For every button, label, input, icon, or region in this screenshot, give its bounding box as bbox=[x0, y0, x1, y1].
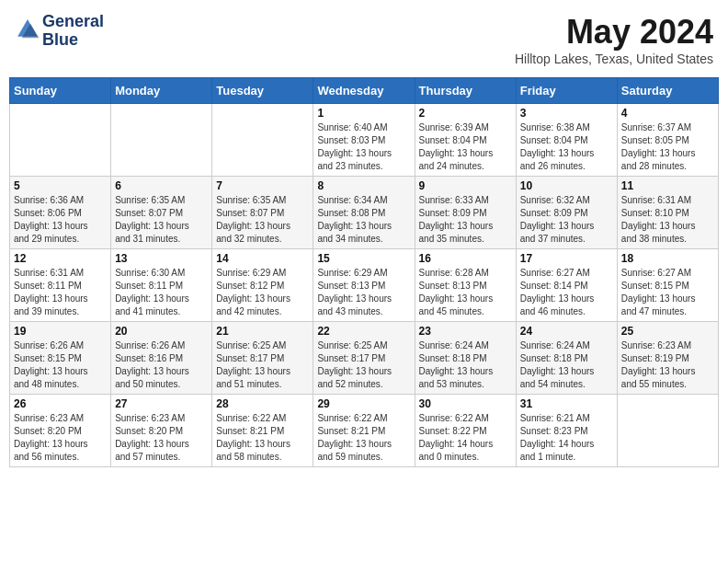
weekday-header-cell: Tuesday bbox=[212, 78, 313, 104]
day-number: 27 bbox=[115, 397, 208, 410]
day-info: Sunrise: 6:25 AMSunset: 8:17 PMDaylight:… bbox=[216, 339, 309, 391]
day-number: 1 bbox=[317, 107, 410, 120]
calendar-cell: 23Sunrise: 6:24 AMSunset: 8:18 PMDayligh… bbox=[415, 322, 516, 395]
day-number: 31 bbox=[520, 397, 613, 410]
day-number: 19 bbox=[14, 325, 107, 338]
day-number: 4 bbox=[621, 107, 714, 120]
day-number: 15 bbox=[317, 252, 410, 265]
day-number: 18 bbox=[621, 252, 714, 265]
day-info: Sunrise: 6:38 AMSunset: 8:04 PMDaylight:… bbox=[520, 121, 613, 173]
calendar-cell: 24Sunrise: 6:24 AMSunset: 8:18 PMDayligh… bbox=[516, 322, 617, 395]
calendar-cell: 1Sunrise: 6:40 AMSunset: 8:03 PMDaylight… bbox=[313, 104, 415, 177]
day-number: 20 bbox=[115, 325, 208, 338]
calendar-week-row: 19Sunrise: 6:26 AMSunset: 8:15 PMDayligh… bbox=[10, 322, 719, 395]
calendar-cell: 11Sunrise: 6:31 AMSunset: 8:10 PMDayligh… bbox=[617, 177, 718, 249]
calendar-cell: 13Sunrise: 6:30 AMSunset: 8:11 PMDayligh… bbox=[111, 249, 212, 322]
day-info: Sunrise: 6:23 AMSunset: 8:20 PMDaylight:… bbox=[115, 412, 208, 464]
day-info: Sunrise: 6:24 AMSunset: 8:18 PMDaylight:… bbox=[419, 339, 512, 391]
day-number: 24 bbox=[520, 325, 613, 338]
weekday-header-cell: Saturday bbox=[617, 78, 718, 104]
day-info: Sunrise: 6:40 AMSunset: 8:03 PMDaylight:… bbox=[317, 121, 410, 173]
calendar-cell: 31Sunrise: 6:21 AMSunset: 8:23 PMDayligh… bbox=[516, 395, 617, 467]
day-info: Sunrise: 6:37 AMSunset: 8:05 PMDaylight:… bbox=[621, 121, 714, 173]
location: Hilltop Lakes, Texas, United States bbox=[515, 52, 713, 66]
calendar-cell: 22Sunrise: 6:25 AMSunset: 8:17 PMDayligh… bbox=[313, 322, 415, 395]
page-header: General Blue May 2024 Hilltop Lakes, Tex… bbox=[9, 9, 719, 70]
calendar-table: SundayMondayTuesdayWednesdayThursdayFrid… bbox=[9, 77, 719, 467]
day-number: 26 bbox=[14, 397, 107, 410]
day-number: 9 bbox=[419, 179, 512, 192]
day-number: 3 bbox=[520, 107, 613, 120]
day-number: 10 bbox=[520, 179, 613, 192]
calendar-cell: 26Sunrise: 6:23 AMSunset: 8:20 PMDayligh… bbox=[10, 395, 111, 467]
day-number: 28 bbox=[216, 397, 309, 410]
weekday-header-cell: Wednesday bbox=[313, 78, 415, 104]
calendar-cell: 8Sunrise: 6:34 AMSunset: 8:08 PMDaylight… bbox=[313, 177, 415, 249]
day-number: 29 bbox=[317, 397, 410, 410]
day-info: Sunrise: 6:24 AMSunset: 8:18 PMDaylight:… bbox=[520, 339, 613, 391]
day-info: Sunrise: 6:23 AMSunset: 8:19 PMDaylight:… bbox=[621, 339, 714, 391]
calendar-cell: 29Sunrise: 6:22 AMSunset: 8:21 PMDayligh… bbox=[313, 395, 415, 467]
calendar-cell: 25Sunrise: 6:23 AMSunset: 8:19 PMDayligh… bbox=[617, 322, 718, 395]
calendar-cell: 4Sunrise: 6:37 AMSunset: 8:05 PMDaylight… bbox=[617, 104, 718, 177]
calendar-week-row: 1Sunrise: 6:40 AMSunset: 8:03 PMDaylight… bbox=[10, 104, 719, 177]
day-number: 17 bbox=[520, 252, 613, 265]
calendar-cell: 12Sunrise: 6:31 AMSunset: 8:11 PMDayligh… bbox=[10, 249, 111, 322]
day-number: 7 bbox=[216, 179, 309, 192]
calendar-cell: 6Sunrise: 6:35 AMSunset: 8:07 PMDaylight… bbox=[111, 177, 212, 249]
calendar-cell: 3Sunrise: 6:38 AMSunset: 8:04 PMDaylight… bbox=[516, 104, 617, 177]
weekday-header-row: SundayMondayTuesdayWednesdayThursdayFrid… bbox=[10, 78, 719, 104]
calendar-cell: 17Sunrise: 6:27 AMSunset: 8:14 PMDayligh… bbox=[516, 249, 617, 322]
day-info: Sunrise: 6:29 AMSunset: 8:12 PMDaylight:… bbox=[216, 267, 309, 318]
logo-text: General Blue bbox=[42, 13, 104, 50]
day-number: 13 bbox=[115, 252, 208, 265]
calendar-cell bbox=[111, 104, 212, 177]
day-info: Sunrise: 6:22 AMSunset: 8:21 PMDaylight:… bbox=[317, 412, 410, 464]
day-info: Sunrise: 6:34 AMSunset: 8:08 PMDaylight:… bbox=[317, 194, 410, 246]
day-number: 8 bbox=[317, 179, 410, 192]
calendar-cell: 18Sunrise: 6:27 AMSunset: 8:15 PMDayligh… bbox=[617, 249, 718, 322]
day-info: Sunrise: 6:26 AMSunset: 8:15 PMDaylight:… bbox=[14, 339, 107, 391]
day-info: Sunrise: 6:27 AMSunset: 8:15 PMDaylight:… bbox=[621, 267, 714, 318]
calendar-cell bbox=[10, 104, 111, 177]
day-number: 11 bbox=[621, 179, 714, 192]
weekday-header-cell: Friday bbox=[516, 78, 617, 104]
day-info: Sunrise: 6:35 AMSunset: 8:07 PMDaylight:… bbox=[115, 194, 208, 246]
day-number: 14 bbox=[216, 252, 309, 265]
logo: General Blue bbox=[15, 13, 104, 50]
day-info: Sunrise: 6:31 AMSunset: 8:11 PMDaylight:… bbox=[14, 267, 107, 318]
day-info: Sunrise: 6:21 AMSunset: 8:23 PMDaylight:… bbox=[520, 412, 613, 464]
day-number: 23 bbox=[419, 325, 512, 338]
day-info: Sunrise: 6:30 AMSunset: 8:11 PMDaylight:… bbox=[115, 267, 208, 318]
day-info: Sunrise: 6:27 AMSunset: 8:14 PMDaylight:… bbox=[520, 267, 613, 318]
day-info: Sunrise: 6:23 AMSunset: 8:20 PMDaylight:… bbox=[14, 412, 107, 464]
day-number: 2 bbox=[419, 107, 512, 120]
day-number: 22 bbox=[317, 325, 410, 338]
calendar-week-row: 12Sunrise: 6:31 AMSunset: 8:11 PMDayligh… bbox=[10, 249, 719, 322]
weekday-header-cell: Sunday bbox=[10, 78, 111, 104]
day-number: 30 bbox=[419, 397, 512, 410]
calendar-cell: 16Sunrise: 6:28 AMSunset: 8:13 PMDayligh… bbox=[415, 249, 516, 322]
day-info: Sunrise: 6:29 AMSunset: 8:13 PMDaylight:… bbox=[317, 267, 410, 318]
weekday-header-cell: Monday bbox=[111, 78, 212, 104]
logo-icon bbox=[15, 17, 40, 42]
calendar-cell: 7Sunrise: 6:35 AMSunset: 8:07 PMDaylight… bbox=[212, 177, 313, 249]
calendar-body: 1Sunrise: 6:40 AMSunset: 8:03 PMDaylight… bbox=[10, 104, 719, 467]
day-number: 6 bbox=[115, 179, 208, 192]
day-number: 16 bbox=[419, 252, 512, 265]
calendar-cell: 28Sunrise: 6:22 AMSunset: 8:21 PMDayligh… bbox=[212, 395, 313, 467]
calendar-cell: 5Sunrise: 6:36 AMSunset: 8:06 PMDaylight… bbox=[10, 177, 111, 249]
day-info: Sunrise: 6:31 AMSunset: 8:10 PMDaylight:… bbox=[621, 194, 714, 246]
day-info: Sunrise: 6:39 AMSunset: 8:04 PMDaylight:… bbox=[419, 121, 512, 173]
calendar-week-row: 5Sunrise: 6:36 AMSunset: 8:06 PMDaylight… bbox=[10, 177, 719, 249]
calendar-cell: 20Sunrise: 6:26 AMSunset: 8:16 PMDayligh… bbox=[111, 322, 212, 395]
day-info: Sunrise: 6:22 AMSunset: 8:22 PMDaylight:… bbox=[419, 412, 512, 464]
day-info: Sunrise: 6:26 AMSunset: 8:16 PMDaylight:… bbox=[115, 339, 208, 391]
day-number: 5 bbox=[14, 179, 107, 192]
calendar-cell: 9Sunrise: 6:33 AMSunset: 8:09 PMDaylight… bbox=[415, 177, 516, 249]
day-number: 21 bbox=[216, 325, 309, 338]
calendar-week-row: 26Sunrise: 6:23 AMSunset: 8:20 PMDayligh… bbox=[10, 395, 719, 467]
calendar-cell: 15Sunrise: 6:29 AMSunset: 8:13 PMDayligh… bbox=[313, 249, 415, 322]
calendar-cell: 19Sunrise: 6:26 AMSunset: 8:15 PMDayligh… bbox=[10, 322, 111, 395]
day-info: Sunrise: 6:36 AMSunset: 8:06 PMDaylight:… bbox=[14, 194, 107, 246]
